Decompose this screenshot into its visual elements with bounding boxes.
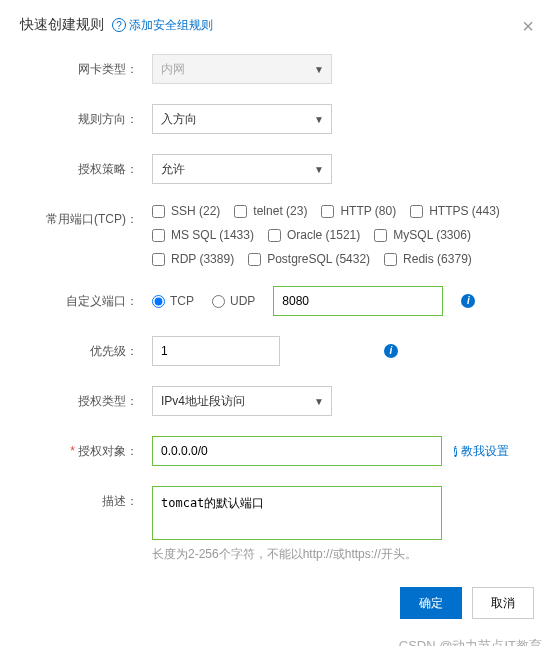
dialog: 快速创建规则 ? 添加安全组规则 × 网卡类型： 内网 规则方向： 入方向 授权… <box>0 0 554 573</box>
checkbox[interactable] <box>384 253 397 266</box>
common-ports-label: 常用端口(TCP)： <box>20 204 138 228</box>
description-hint: 长度为2-256个字符，不能以http://或https://开头。 <box>20 546 534 563</box>
description-input[interactable] <box>152 486 442 540</box>
info-icon[interactable]: i <box>461 294 475 308</box>
checkbox[interactable] <box>374 229 387 242</box>
dialog-title: 快速创建规则 <box>20 16 104 34</box>
row-auth-policy: 授权策略： 允许 <box>20 154 534 184</box>
checkbox[interactable] <box>152 229 165 242</box>
info-icon: i <box>454 446 457 457</box>
close-icon[interactable]: × <box>522 16 534 36</box>
checkbox-item[interactable]: HTTPS (443) <box>410 204 500 218</box>
row-nic-type: 网卡类型： 内网 <box>20 54 534 84</box>
checkbox-item[interactable]: PostgreSQL (5432) <box>248 252 370 266</box>
custom-port-input[interactable] <box>273 286 443 316</box>
checkbox[interactable] <box>234 205 247 218</box>
help-link[interactable]: ? 添加安全组规则 <box>112 17 213 34</box>
checkbox-item[interactable]: Oracle (1521) <box>268 228 360 242</box>
help-icon: ? <box>112 18 126 32</box>
radio[interactable] <box>152 295 165 308</box>
row-common-ports: 常用端口(TCP)： SSH (22) telnet (23) HTTP (80… <box>20 204 534 266</box>
checkbox-item[interactable]: SSH (22) <box>152 204 220 218</box>
checkbox[interactable] <box>410 205 423 218</box>
checkbox-item[interactable]: MySQL (3306) <box>374 228 471 242</box>
checkbox-item[interactable]: Redis (6379) <box>384 252 472 266</box>
nic-type-select: 内网 <box>152 54 332 84</box>
ok-button[interactable]: 确定 <box>400 587 462 619</box>
checkbox-item[interactable]: HTTP (80) <box>321 204 396 218</box>
dialog-header: 快速创建规则 ? 添加安全组规则 × <box>20 16 534 34</box>
checkbox-item[interactable]: MS SQL (1433) <box>152 228 254 242</box>
checkbox-item[interactable]: telnet (23) <box>234 204 307 218</box>
auth-object-input[interactable] <box>152 436 442 466</box>
auth-type-select[interactable]: IPv4地址段访问 <box>152 386 332 416</box>
radio-tcp[interactable]: TCP <box>152 294 194 308</box>
direction-select[interactable]: 入方向 <box>152 104 332 134</box>
teach-link[interactable]: i教我设置 <box>454 443 509 460</box>
description-label: 描述： <box>20 486 138 510</box>
direction-label: 规则方向： <box>20 104 138 128</box>
checkbox-item[interactable]: RDP (3389) <box>152 252 234 266</box>
custom-port-label: 自定义端口： <box>20 286 138 310</box>
auth-object-label: *授权对象： <box>20 436 138 460</box>
checkbox[interactable] <box>268 229 281 242</box>
info-icon[interactable]: i <box>384 344 398 358</box>
help-link-text: 添加安全组规则 <box>129 17 213 34</box>
row-auth-type: 授权类型： IPv4地址段访问 <box>20 386 534 416</box>
checkbox[interactable] <box>248 253 261 266</box>
auth-policy-label: 授权策略： <box>20 154 138 178</box>
nic-type-label: 网卡类型： <box>20 54 138 78</box>
checkbox[interactable] <box>152 253 165 266</box>
auth-type-label: 授权类型： <box>20 386 138 410</box>
checkbox[interactable] <box>321 205 334 218</box>
priority-input[interactable] <box>152 336 280 366</box>
priority-label: 优先级： <box>20 336 138 360</box>
row-custom-port: 自定义端口： TCP UDP i <box>20 286 534 316</box>
row-auth-object: *授权对象： i教我设置 <box>20 436 534 466</box>
row-description: 描述： <box>20 486 534 540</box>
radio[interactable] <box>212 295 225 308</box>
cancel-button[interactable]: 取消 <box>472 587 534 619</box>
common-ports-grid: SSH (22) telnet (23) HTTP (80) HTTPS (44… <box>152 204 534 266</box>
radio-udp[interactable]: UDP <box>212 294 255 308</box>
row-direction: 规则方向： 入方向 <box>20 104 534 134</box>
row-priority: 优先级： i <box>20 336 534 366</box>
watermark: CSDN @动力节点IT教育 <box>0 633 554 646</box>
dialog-footer: 确定 取消 <box>0 573 554 633</box>
checkbox[interactable] <box>152 205 165 218</box>
auth-policy-select[interactable]: 允许 <box>152 154 332 184</box>
